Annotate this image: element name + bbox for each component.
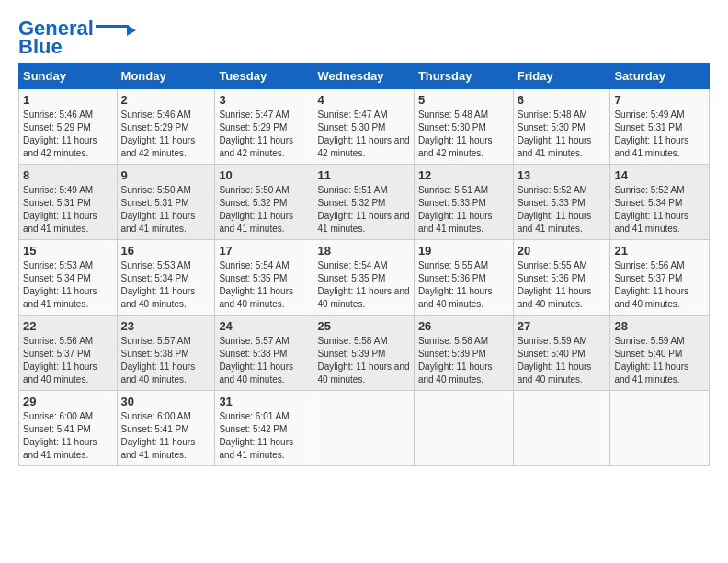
day-number: 3 (219, 93, 309, 107)
day-info: Sunrise: 5:48 AMSunset: 5:30 PMDaylight:… (418, 109, 509, 160)
calendar-day-cell: 30Sunrise: 6:00 AMSunset: 5:41 PMDayligh… (117, 391, 215, 466)
day-number: 16 (121, 244, 211, 258)
day-info: Sunrise: 5:58 AMSunset: 5:39 PMDaylight:… (418, 335, 509, 386)
day-info: Sunrise: 5:52 AMSunset: 5:34 PMDaylight:… (614, 184, 705, 236)
calendar-week-row: 22Sunrise: 5:56 AMSunset: 5:37 PMDayligh… (19, 316, 710, 391)
day-number: 25 (317, 319, 409, 333)
calendar-day-cell: 25Sunrise: 5:58 AMSunset: 5:39 PMDayligh… (313, 316, 414, 391)
day-number: 5 (418, 93, 509, 107)
calendar-day-cell: 28Sunrise: 5:59 AMSunset: 5:40 PMDayligh… (610, 316, 710, 391)
day-number: 10 (219, 168, 309, 182)
day-info: Sunrise: 5:59 AMSunset: 5:40 PMDaylight:… (518, 335, 607, 386)
day-info: Sunrise: 5:58 AMSunset: 5:39 PMDaylight:… (317, 335, 409, 386)
calendar-day-cell: 12Sunrise: 5:51 AMSunset: 5:33 PMDayligh… (414, 165, 513, 240)
calendar-day-cell (610, 391, 710, 466)
calendar-day-cell: 13Sunrise: 5:52 AMSunset: 5:33 PMDayligh… (513, 165, 610, 240)
calendar-day-cell (513, 391, 610, 466)
calendar-day-cell: 14Sunrise: 5:52 AMSunset: 5:34 PMDayligh… (610, 165, 710, 240)
calendar-week-row: 15Sunrise: 5:53 AMSunset: 5:34 PMDayligh… (19, 240, 710, 316)
calendar-table: SundayMondayTuesdayWednesdayThursdayFrid… (18, 63, 710, 466)
calendar-header-row: SundayMondayTuesdayWednesdayThursdayFrid… (19, 63, 710, 89)
day-number: 15 (23, 244, 113, 258)
day-info: Sunrise: 6:00 AMSunset: 5:41 PMDaylight:… (121, 410, 211, 462)
calendar-day-cell: 29Sunrise: 6:00 AMSunset: 5:41 PMDayligh… (19, 391, 118, 466)
calendar-day-cell: 6Sunrise: 5:48 AMSunset: 5:30 PMDaylight… (513, 89, 610, 165)
calendar-day-cell: 26Sunrise: 5:58 AMSunset: 5:39 PMDayligh… (414, 316, 513, 391)
day-info: Sunrise: 5:54 AMSunset: 5:35 PMDaylight:… (219, 259, 309, 311)
calendar-day-cell: 11Sunrise: 5:51 AMSunset: 5:32 PMDayligh… (313, 165, 414, 240)
day-number: 22 (23, 319, 113, 333)
calendar-day-cell: 2Sunrise: 5:46 AMSunset: 5:29 PMDaylight… (117, 89, 215, 165)
day-number: 4 (317, 93, 409, 107)
calendar-day-cell: 16Sunrise: 5:53 AMSunset: 5:34 PMDayligh… (117, 240, 215, 316)
day-number: 26 (418, 319, 509, 333)
day-info: Sunrise: 5:54 AMSunset: 5:35 PMDaylight:… (317, 259, 409, 311)
calendar-day-cell (313, 391, 414, 466)
calendar-day-cell: 20Sunrise: 5:55 AMSunset: 5:36 PMDayligh… (513, 240, 610, 316)
day-info: Sunrise: 5:46 AMSunset: 5:29 PMDaylight:… (121, 109, 211, 160)
day-info: Sunrise: 5:57 AMSunset: 5:38 PMDaylight:… (219, 335, 309, 386)
day-number: 31 (219, 395, 309, 408)
day-info: Sunrise: 5:50 AMSunset: 5:32 PMDaylight:… (219, 184, 309, 236)
day-number: 19 (418, 244, 509, 258)
day-number: 24 (219, 319, 309, 333)
day-info: Sunrise: 5:46 AMSunset: 5:29 PMDaylight:… (23, 109, 113, 160)
day-of-week-header: Wednesday (313, 63, 414, 89)
calendar-day-cell: 15Sunrise: 5:53 AMSunset: 5:34 PMDayligh… (19, 240, 118, 316)
calendar-day-cell: 23Sunrise: 5:57 AMSunset: 5:38 PMDayligh… (117, 316, 215, 391)
day-of-week-header: Sunday (19, 63, 118, 89)
day-info: Sunrise: 5:56 AMSunset: 5:37 PMDaylight:… (23, 335, 113, 386)
day-info: Sunrise: 5:53 AMSunset: 5:34 PMDaylight:… (23, 259, 113, 311)
day-number: 8 (23, 168, 113, 182)
day-info: Sunrise: 5:51 AMSunset: 5:33 PMDaylight:… (418, 184, 509, 236)
day-number: 23 (121, 319, 211, 333)
day-info: Sunrise: 5:48 AMSunset: 5:30 PMDaylight:… (518, 109, 607, 160)
day-number: 18 (317, 244, 409, 258)
logo-subtext: Blue (18, 37, 63, 57)
day-of-week-header: Tuesday (215, 63, 313, 89)
logo: General Blue (18, 18, 136, 57)
calendar-day-cell: 8Sunrise: 5:49 AMSunset: 5:31 PMDaylight… (19, 165, 118, 240)
day-number: 29 (23, 395, 113, 408)
day-number: 13 (518, 168, 607, 182)
calendar-day-cell: 21Sunrise: 5:56 AMSunset: 5:37 PMDayligh… (610, 240, 710, 316)
day-number: 12 (418, 168, 509, 182)
day-number: 1 (23, 93, 113, 107)
day-number: 9 (121, 168, 211, 182)
day-info: Sunrise: 5:50 AMSunset: 5:31 PMDaylight:… (121, 184, 211, 236)
calendar-day-cell (414, 391, 513, 466)
calendar-day-cell: 31Sunrise: 6:01 AMSunset: 5:42 PMDayligh… (215, 391, 313, 466)
day-number: 2 (121, 93, 211, 107)
day-info: Sunrise: 5:55 AMSunset: 5:36 PMDaylight:… (418, 259, 509, 311)
calendar-day-cell: 17Sunrise: 5:54 AMSunset: 5:35 PMDayligh… (215, 240, 313, 316)
calendar-day-cell: 24Sunrise: 5:57 AMSunset: 5:38 PMDayligh… (215, 316, 313, 391)
day-info: Sunrise: 5:47 AMSunset: 5:30 PMDaylight:… (317, 109, 409, 160)
day-info: Sunrise: 5:55 AMSunset: 5:36 PMDaylight:… (518, 259, 607, 311)
day-info: Sunrise: 5:56 AMSunset: 5:37 PMDaylight:… (614, 259, 705, 311)
calendar-day-cell: 7Sunrise: 5:49 AMSunset: 5:31 PMDaylight… (610, 89, 710, 165)
calendar-day-cell: 5Sunrise: 5:48 AMSunset: 5:30 PMDaylight… (414, 89, 513, 165)
day-of-week-header: Monday (117, 63, 215, 89)
calendar-week-row: 8Sunrise: 5:49 AMSunset: 5:31 PMDaylight… (19, 165, 710, 240)
day-info: Sunrise: 5:53 AMSunset: 5:34 PMDaylight:… (121, 259, 211, 311)
day-number: 21 (614, 244, 705, 258)
page-header: General Blue (18, 18, 710, 57)
day-info: Sunrise: 5:51 AMSunset: 5:32 PMDaylight:… (317, 184, 409, 236)
day-info: Sunrise: 5:49 AMSunset: 5:31 PMDaylight:… (23, 184, 113, 236)
day-info: Sunrise: 5:52 AMSunset: 5:33 PMDaylight:… (518, 184, 607, 236)
calendar-day-cell: 4Sunrise: 5:47 AMSunset: 5:30 PMDaylight… (313, 89, 414, 165)
day-number: 27 (518, 319, 607, 333)
day-number: 6 (518, 93, 607, 107)
day-number: 11 (317, 168, 409, 182)
calendar-week-row: 1Sunrise: 5:46 AMSunset: 5:29 PMDaylight… (19, 89, 710, 165)
day-number: 17 (219, 244, 309, 258)
day-info: Sunrise: 5:57 AMSunset: 5:38 PMDaylight:… (121, 335, 211, 386)
day-number: 20 (518, 244, 607, 258)
calendar-day-cell: 18Sunrise: 5:54 AMSunset: 5:35 PMDayligh… (313, 240, 414, 316)
day-info: Sunrise: 6:00 AMSunset: 5:41 PMDaylight:… (23, 410, 113, 462)
day-info: Sunrise: 5:59 AMSunset: 5:40 PMDaylight:… (614, 335, 705, 386)
calendar-day-cell: 27Sunrise: 5:59 AMSunset: 5:40 PMDayligh… (513, 316, 610, 391)
day-info: Sunrise: 5:47 AMSunset: 5:29 PMDaylight:… (219, 109, 309, 160)
calendar-day-cell: 9Sunrise: 5:50 AMSunset: 5:31 PMDaylight… (117, 165, 215, 240)
day-info: Sunrise: 5:49 AMSunset: 5:31 PMDaylight:… (614, 109, 705, 160)
